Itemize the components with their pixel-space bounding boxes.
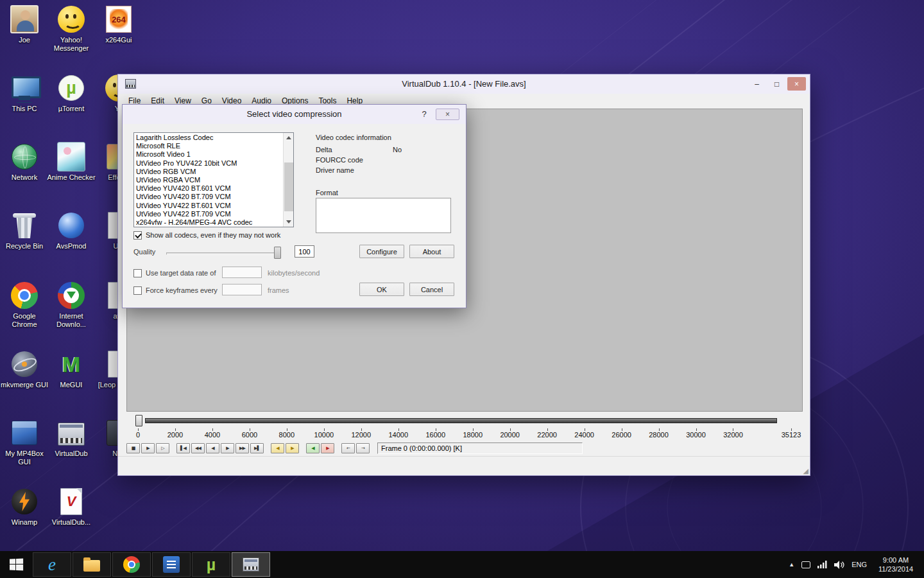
taskbar-internet-explorer-button[interactable]: e — [33, 552, 71, 577]
codec-list-scrollbar — [283, 133, 293, 227]
start-button[interactable] — [0, 551, 32, 578]
desktop-icon-label: Joe — [0, 36, 49, 44]
desktop-icon-recycle-bin[interactable]: Recycle Bin — [0, 210, 49, 250]
mark-in-button[interactable]: ← — [341, 443, 355, 453]
timeline-tick-label: 35123 — [782, 431, 801, 439]
window-titlebar[interactable]: VirtualDub 1.10.4 - [New File.avs] – □ × — [118, 74, 810, 94]
ok-button[interactable]: OK — [359, 283, 404, 296]
desktop-icon-yahoo-messenger[interactable]: Yahoo! Messenger — [47, 4, 96, 53]
desktop-icon-my-mp4box-gui[interactable]: My MP4Box GUI — [0, 417, 49, 466]
minimize-button[interactable]: – — [748, 77, 766, 91]
desktop-icon-google-chrome[interactable]: Google Chrome — [0, 280, 49, 329]
taskbar-document-app-button[interactable] — [152, 552, 191, 577]
taskbar-utorrent-button[interactable]: µ — [192, 552, 230, 577]
forward-button[interactable]: ▶▶ — [235, 443, 249, 453]
codec-list-item[interactable]: Microsoft RLE — [134, 142, 283, 150]
virtualdub-icon — [243, 557, 259, 572]
play-output-button[interactable]: ▷ — [156, 443, 169, 453]
taskbar: e µ ▲ ENG 9:00 AM 11/23/2014 — [0, 551, 924, 578]
computer-icon — [10, 74, 39, 102]
codec-list-item[interactable]: Lagarith Lossless Codec — [134, 134, 283, 142]
timeline-tick-label: 16000 — [425, 431, 445, 439]
taskbar-virtualdub-button[interactable] — [232, 552, 270, 577]
action-center-icon[interactable] — [801, 561, 810, 568]
globe-icon — [12, 144, 37, 170]
select-video-compression-dialog: Select video compression ? × Lagarith Lo… — [122, 104, 466, 308]
desktop-icon-virtualdub-installer[interactable]: VirtualDub... — [47, 486, 96, 527]
desktop-icon-mkvmerge-gui[interactable]: mkvmerge GUI — [0, 349, 49, 389]
seek-thumb[interactable] — [135, 415, 142, 426]
goto-start-button[interactable]: ▌◀ — [176, 443, 190, 453]
scrollbar-thumb[interactable] — [284, 162, 293, 211]
close-button[interactable]: × — [787, 77, 806, 91]
goto-end-button[interactable]: ▶▌ — [250, 443, 264, 453]
delta-value: No — [393, 146, 402, 153]
next-frame-button[interactable]: ▶ — [221, 443, 234, 453]
seek-track[interactable] — [145, 418, 777, 423]
target-data-rate-checkbox[interactable] — [133, 269, 142, 277]
force-keyframes-input[interactable] — [222, 284, 262, 295]
codec-list-item[interactable]: UtVideo RGB VCM — [134, 168, 283, 176]
desktop-icon-avspmod[interactable]: AvsPmod — [47, 210, 96, 250]
hidden-icons-chevron-icon[interactable]: ▲ — [789, 561, 794, 568]
internet-explorer-icon: e — [48, 556, 56, 574]
volume-icon[interactable] — [834, 561, 844, 569]
codec-list-item[interactable]: x264vfw - H.264/MPEG-4 AVC codec — [134, 218, 283, 227]
quality-slider-thumb[interactable] — [274, 247, 281, 259]
codec-list-item[interactable]: UtVideo Pro YUV422 10bit VCM — [134, 159, 283, 168]
next-scene-button[interactable]: ▶ — [321, 443, 334, 453]
about-button[interactable]: About — [409, 245, 454, 258]
desktop-icon-megui[interactable]: MeGUI — [47, 349, 96, 389]
cancel-button[interactable]: Cancel — [409, 283, 454, 296]
desktop-icon-utorrent[interactable]: µTorrent — [47, 73, 96, 113]
codec-list-item[interactable]: UtVideo YUV422 BT.601 VCM — [134, 202, 283, 210]
configure-button[interactable]: Configure — [359, 245, 404, 258]
language-indicator[interactable]: ENG — [851, 561, 867, 568]
resize-grip[interactable]: ◢ — [803, 468, 809, 475]
show-all-codecs-checkbox[interactable] — [133, 231, 142, 240]
desktop-icon-anime-checker[interactable]: Anime Checker — [47, 141, 96, 182]
desktop-icon-network[interactable]: Network — [0, 141, 49, 182]
desktop-icon-joe[interactable]: Joe — [0, 4, 49, 44]
desktop-icon-label: Internet Downlo... — [47, 312, 96, 329]
prev-frame-button[interactable]: ◀ — [206, 443, 219, 453]
desktop-icon-internet-download-manager[interactable]: Internet Downlo... — [47, 280, 96, 329]
stop-button[interactable]: ■ — [126, 443, 140, 453]
prev-keyframe-button[interactable]: ◀ — [271, 443, 284, 453]
force-keyframes-checkbox[interactable] — [133, 286, 142, 295]
mark-out-button[interactable]: → — [356, 443, 370, 453]
prev-scene-button[interactable]: ◀ — [306, 443, 320, 453]
scroll-up-button[interactable] — [284, 133, 294, 143]
desktop-icon-virtualdub[interactable]: VirtualDub — [47, 417, 96, 458]
target-data-rate-input[interactable] — [222, 267, 262, 278]
backward-button[interactable]: ◀◀ — [191, 443, 205, 453]
desktop-icon-x264gui[interactable]: x264Gui — [94, 4, 143, 44]
taskbar-chrome-button[interactable] — [112, 552, 151, 577]
clock[interactable]: 9:00 AM 11/23/2014 — [874, 556, 918, 574]
desktop-icon-label: VirtualDub... — [47, 518, 96, 527]
timeline-tick-label: 28000 — [649, 431, 669, 439]
next-keyframe-button[interactable]: ▶ — [286, 443, 299, 453]
codec-list-item[interactable]: Microsoft Video 1 — [134, 150, 283, 159]
desktop-icon-label: AvsPmod — [47, 242, 96, 250]
scroll-down-button[interactable] — [284, 217, 294, 227]
dialog-titlebar[interactable]: Select video compression ? × — [123, 105, 466, 124]
codec-list-item[interactable]: UtVideo YUV420 BT.601 VCM — [134, 184, 283, 193]
play-input-button[interactable]: ▶ — [141, 443, 155, 453]
codec-list-item[interactable]: UtVideo YUV422 BT.709 VCM — [134, 210, 283, 218]
target-data-rate-label: Use target data rate of — [146, 269, 216, 277]
desktop-icon-label: µTorrent — [47, 105, 96, 113]
taskbar-file-explorer-button[interactable] — [73, 552, 111, 577]
dialog-close-button[interactable]: × — [436, 109, 459, 120]
network-icon[interactable] — [817, 561, 827, 568]
desktop-icon-this-pc[interactable]: This PC — [0, 73, 49, 113]
timeline-tick-label: 6000 — [242, 431, 257, 439]
help-button[interactable]: ? — [418, 109, 430, 120]
desktop-icon-winamp[interactable]: Winamp — [0, 486, 49, 527]
codec-list-item[interactable]: UtVideo YUV420 BT.709 VCM — [134, 193, 283, 201]
codec-list-item[interactable]: UtVideo RGBA VCM — [134, 176, 283, 184]
maximize-button[interactable]: □ — [767, 77, 786, 91]
quality-slider-track[interactable] — [166, 252, 275, 255]
window-caption-buttons: – □ × — [748, 77, 806, 91]
format-box — [316, 198, 451, 233]
